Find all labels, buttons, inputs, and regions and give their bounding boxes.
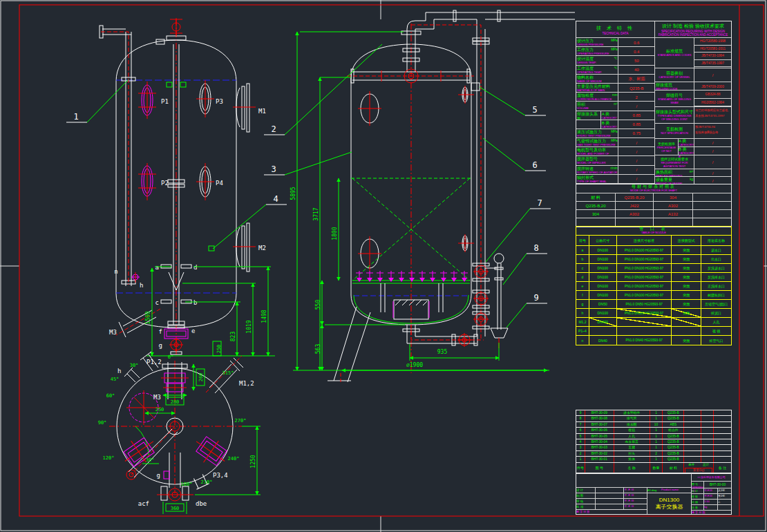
surface-row: m² 换热面积 HEAT EXCHANGING SURFACE / <box>655 169 731 177</box>
title-bottom-sign: 签 字 日 期 <box>692 511 731 514</box>
angle-270: 270° <box>235 418 247 424</box>
angle-120: 120° <box>103 455 115 461</box>
electrode-row: 304 A302 A132 <box>576 210 731 218</box>
dim-1250: 1250 <box>250 455 256 468</box>
dim-360: 360 <box>171 506 180 511</box>
product-name-label: Product name <box>661 488 679 493</box>
bom-row: 2 BHT-30-02 封头 2 Q235-B <box>576 451 731 457</box>
electrode-header: 材 料 Q235-B,20 304 <box>576 193 731 202</box>
dim-1800: 1800 <box>332 227 338 240</box>
dim-250w: 250 <box>155 407 164 412</box>
balloon-6: 6 <box>532 160 537 170</box>
bom-header: 件号 图 号 名 称 数量 材 料 单件总计 重量(kg) 备 注 <box>576 463 731 473</box>
nozzle-label-n: n <box>114 268 117 275</box>
dim-280: 280 <box>171 399 180 405</box>
angle-240: 240° <box>228 456 240 462</box>
nozzle-row: M1,2 DN400 人孔 <box>576 318 731 327</box>
dim-1019: 1019 <box>246 320 252 333</box>
cad-canvas: a d n h c b M3 f e g P1 P2 P3 P4 M1 M2 1… <box>0 0 767 532</box>
tech-row: MPa 气密性试验压力 GAS TIGHT TEST PRESSURE / <box>576 138 654 147</box>
bom-row: 7 BHT-30-07 排水帽 10 ABS <box>576 422 731 428</box>
tech-row: r/min 搅拌转速 ROTARY SPEED OF AGITATOR / <box>576 166 654 175</box>
nozzle-row: n DN40 PN1.0 DN40 HG20593-97 突面 排空气口 <box>576 336 731 345</box>
tech-title-cn: 技 术 特 性 <box>596 25 634 32</box>
dim-3717: 3717 <box>313 207 319 220</box>
angle-45: 45° <box>111 377 120 382</box>
bom-row: 3 BHT-30-03 支腿 1 Q235-B <box>576 445 731 450</box>
nozzle-row: c DN100 PN1.0 DN100 HG20593-97 突面 反洗进水口 <box>576 264 731 273</box>
nozzle-label-h: h <box>140 282 143 289</box>
nozzle-row: f DN100 PN1.0 DN100 HG20593-97 突面 树脂装卸口 <box>576 291 731 300</box>
angle-60: 60° <box>106 393 115 399</box>
tech-row: 主要受压元件材料 MATERIALS OF MAIN PRESSURIZED C… <box>576 84 654 93</box>
category-row: 容器类别 CATEGORY OF VESSEL / <box>655 68 731 82</box>
joint-eff-row-b: B 类 CATEGORY B 0.85 <box>576 120 654 129</box>
nozzle-title-en: TABLE OF NOZZLE <box>641 231 666 235</box>
dim-550: 550 <box>315 300 321 310</box>
left-elevation-view: a d n h c b M3 f e g P1 P2 P3 P4 M1 M2 1… <box>100 18 275 356</box>
dim-260: 260 <box>198 373 204 382</box>
tech-row: m³ 容积 VOLUME / <box>576 102 654 111</box>
plan-label-dbe: dbe <box>196 500 207 507</box>
nozzle-label-e: e <box>191 327 195 334</box>
nozzle-label-p4: P4 <box>216 180 223 187</box>
seam-row: 焊缝符号 STANDARD OF WELDING SEAM GB324-88HG… <box>655 91 731 107</box>
section-view: 5895 3717 1800 550 563 935 ∅1900 <box>290 10 575 384</box>
manhole-m1 <box>236 84 249 132</box>
top-vent-valve-icon <box>170 18 182 36</box>
product-title: DN1300 离子交换器 <box>647 493 691 514</box>
balloon-5: 5 <box>532 105 537 115</box>
tech-row: 轴封形式 TYPE OF SHAFT SEAL / <box>576 175 654 184</box>
tech-row: 搅拌器型号 MODEL OF IMPELLER / <box>576 156 654 165</box>
weight-row: kg 设备重量 WEIGHT OF VESSEL / <box>655 177 731 184</box>
joint-eff-row-a: 焊接接头系数 WELDED JOINT EFFICIENCY A 类 CATEG… <box>576 111 654 120</box>
title-right-row: 校 核 年月日 第1张 <box>692 494 731 500</box>
electrode-row: Q235-B,20 J422 A302 <box>576 202 731 210</box>
dim-1500: 1500 <box>145 311 151 324</box>
tech-row: mm 腐蚀裕度 CORROSION ALLOWANCE 2 <box>576 93 654 102</box>
angle-180: 180° <box>181 482 193 487</box>
tech-row: MPa 设计压力 DESIGN PRESSURE 0.6 <box>576 38 654 47</box>
balloon-9: 9 <box>533 293 538 303</box>
balloon-2: 2 <box>271 124 276 134</box>
support-leg <box>328 307 370 382</box>
technical-data-table: 技 术 特 性 TECHNICAL DATA 设计 制造 检验 验收技术要求 S… <box>576 21 732 184</box>
electrode-table: 母材与焊条对照表 MODE OF ELECTRODE FOR SHAFT 材 料… <box>576 184 732 227</box>
tech-row: MPa 工作压力 OPERATING PRESSURE 0.4 <box>576 47 654 56</box>
plan-label-p12: P1,2 <box>146 359 162 365</box>
plan-label-h: h <box>117 368 121 374</box>
joint-type-row: 焊接接头型式和尺寸 TYPES AND DIMENSIONS OF WELDIN… <box>655 107 731 124</box>
angle-0: 0° <box>168 354 173 360</box>
dim-angle-30: 30° <box>146 457 155 463</box>
angle-90: 90° <box>98 420 107 426</box>
nozzle-label-c: c <box>155 299 159 306</box>
signature-row: 制 图 年 月 日 <box>576 493 647 499</box>
top-distributor <box>351 29 470 83</box>
plan-label-g: g <box>157 472 160 479</box>
file-tag: A1.dwg <box>647 488 661 493</box>
drain-valve <box>457 333 471 347</box>
nozzle-label-g: g <box>159 342 162 349</box>
dim-1498: 1498 <box>261 310 267 323</box>
title-right-row: 设 计 年月日 共1张 <box>692 488 731 494</box>
plan-view: 260 280 250 1250 360 30° 0° 30° 45° 60° … <box>98 352 261 514</box>
plan-label-m3: M3 <box>153 394 161 401</box>
nozzle-row: d DN100 PN1.0 DN100 HG20593-97 突面 反洗排水口 <box>576 273 731 282</box>
tech-row: ℃ 工作温度 OPERATING TEMP. 40 <box>576 66 654 75</box>
tech-row: MPa 液压试验压力 HYDRO TEST PRESSURE 0.75 <box>576 129 654 138</box>
dim-1900: ∅1900 <box>406 362 423 368</box>
company-name: ××水处理设备有限公司 <box>692 473 731 482</box>
angle-30: 30° <box>130 363 139 368</box>
angle-315: 315° <box>222 370 234 376</box>
balloon-4: 4 <box>273 194 278 204</box>
left-view-dimensions <box>146 267 275 356</box>
signature-row: 审 核 年 月 日 <box>576 499 647 504</box>
nozzle-table: 管 口 表 TABLE OF NOZZLE 符号 公称尺寸 连接尺寸标准 连接面… <box>576 226 732 345</box>
spec-title-cn: 设计 制造 检验 验收技术要求 <box>662 23 724 30</box>
inlet-pipe <box>100 26 135 286</box>
balloon-1: 1 <box>73 112 78 122</box>
bom-row: 6 BHT-30-06 视镜 1 组合件 <box>576 428 731 433</box>
nozzle-label-p2: P2 <box>161 180 169 187</box>
ndt-pct-row: 无损检测率 PERCENTAGE OF NDT A 类 CATEGORY A B… <box>655 139 731 155</box>
product-title-name: 离子交换器 <box>656 503 683 511</box>
